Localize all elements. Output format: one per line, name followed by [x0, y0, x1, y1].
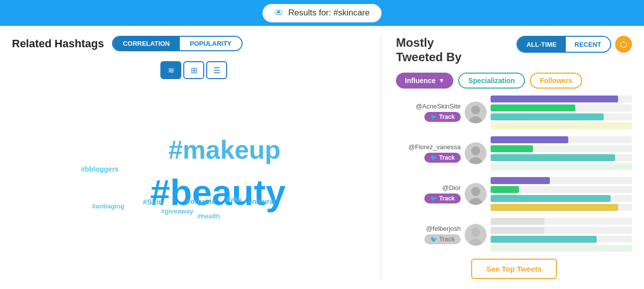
word-win[interactable]: #win — [227, 195, 242, 203]
word-organic[interactable]: #organic — [186, 197, 215, 205]
bar-background — [491, 122, 632, 129]
svg-point-4 — [469, 198, 483, 205]
main-content: Related Hashtags CORRELATION POPULARITY … — [0, 26, 644, 289]
bar-background — [491, 227, 632, 234]
right-title: MostlyTweeted By — [396, 36, 462, 65]
eye-icon: 👁 — [274, 8, 283, 18]
bar-fill — [491, 186, 519, 193]
svg-point-3 — [471, 146, 480, 155]
bar-fill — [491, 96, 618, 102]
see-top-tweets-row: See Top Tweets — [396, 259, 632, 279]
see-top-tweets-button[interactable]: See Top Tweets — [471, 259, 556, 279]
bar-fill — [491, 218, 544, 225]
user-name: @Florez_vanessa — [408, 143, 461, 151]
track-button: 🐦Track — [424, 234, 461, 244]
user-name: @AcneSkinSite — [415, 102, 461, 110]
right-tabs: ALL-TIME RECENT — [516, 36, 611, 53]
bars-col — [491, 218, 632, 252]
bar-background — [491, 218, 632, 225]
view-toggle: ≋ ⊞ ☰ — [12, 61, 376, 79]
view-btn-list[interactable]: ☰ — [206, 61, 227, 79]
bar-fill — [491, 204, 618, 211]
bars-col — [491, 177, 632, 211]
left-title: Related Hashtags — [12, 37, 104, 50]
avatar — [465, 183, 487, 205]
svg-point-0 — [469, 116, 483, 123]
bar-background — [491, 204, 632, 211]
right-panel: MostlyTweeted By ALL-TIME RECENT ⬡ Influ… — [386, 36, 632, 279]
bars-col — [491, 96, 632, 129]
track-button[interactable]: 🐦Track — [424, 112, 461, 122]
bar-fill — [491, 145, 533, 152]
track-button[interactable]: 🐦Track — [424, 153, 461, 163]
bar-background — [491, 145, 632, 152]
word-natural[interactable]: #natural — [249, 197, 275, 205]
user-row: @Dior🐦Track — [396, 177, 632, 211]
word-beauty[interactable]: #beauty — [150, 172, 285, 213]
bar-fill — [491, 177, 550, 184]
user-name: @felberjosh — [426, 225, 461, 232]
twitter-bird-icon: 🐦 — [430, 195, 437, 202]
svg-point-7 — [471, 228, 480, 237]
right-header: MostlyTweeted By ALL-TIME RECENT ⬡ — [396, 36, 632, 65]
chevron-down-icon: ▼ — [438, 77, 444, 84]
word-Skin[interactable]: #Skin — [143, 197, 163, 206]
svg-point-6 — [469, 239, 483, 246]
top-bar: 👁 Results for: #skincare — [0, 0, 644, 26]
share-icon[interactable]: ⬡ — [615, 36, 632, 53]
tab-recent[interactable]: RECENT — [566, 37, 610, 52]
bar-fill — [491, 163, 632, 170]
svg-point-5 — [471, 187, 480, 196]
bar-background — [491, 136, 632, 143]
user-row: @AcneSkinSite🐦Track — [396, 96, 632, 129]
bar-background — [491, 154, 632, 161]
bar-fill — [491, 227, 544, 234]
filter-followers[interactable]: Followers — [530, 73, 582, 89]
bar-background — [491, 245, 632, 252]
word-antiaging[interactable]: #antiaging — [92, 202, 125, 210]
bar-fill — [491, 104, 575, 111]
bar-background — [491, 177, 632, 184]
filter-influence[interactable]: Influence ▼ — [396, 73, 453, 89]
bar-fill — [491, 245, 632, 252]
bar-background — [491, 236, 632, 243]
bar-fill — [491, 236, 597, 243]
word-makeup[interactable]: #makeup — [168, 135, 280, 165]
filter-specialization[interactable]: Specialization — [458, 73, 524, 89]
tab-correlation[interactable]: CORRELATION — [113, 37, 180, 50]
bar-fill — [491, 154, 615, 161]
twitter-bird-icon: 🐦 — [430, 236, 437, 243]
user-row: @Florez_vanessa🐦Track — [396, 136, 632, 170]
user-row: @felberjosh🐦Track — [396, 218, 632, 252]
svg-point-1 — [471, 105, 480, 114]
bar-fill — [491, 195, 611, 202]
tab-popularity[interactable]: POPULARITY — [180, 37, 242, 50]
left-header: Related Hashtags CORRELATION POPULARITY — [12, 36, 376, 51]
tab-alltime[interactable]: ALL-TIME — [517, 37, 566, 52]
view-btn-cloud[interactable]: ≋ — [160, 61, 181, 79]
bar-background — [491, 96, 632, 102]
bar-fill — [491, 136, 568, 143]
track-button[interactable]: 🐦Track — [424, 193, 461, 203]
twitter-bird-icon: 🐦 — [430, 155, 437, 161]
users-list: @AcneSkinSite🐦Track @Florez_vanessa🐦Trac… — [396, 96, 632, 252]
bar-fill — [491, 122, 632, 129]
avatar — [465, 142, 487, 164]
word-bbloggers[interactable]: #bbloggers — [81, 165, 119, 173]
user-name: @Dior — [442, 184, 461, 192]
hashtag-tab-group: CORRELATION POPULARITY — [112, 36, 243, 51]
bar-background — [491, 104, 632, 111]
filter-row: Influence ▼ Specialization Followers — [396, 73, 632, 89]
avatar — [465, 224, 487, 246]
bar-background — [491, 186, 632, 193]
search-pill: 👁 Results for: #skincare — [262, 4, 382, 22]
view-btn-grid[interactable]: ⊞ — [183, 61, 204, 79]
bar-background — [491, 113, 632, 120]
word-cloud: #makeup#beauty#bbloggers#antiaging#Skin#… — [12, 84, 376, 253]
twitter-bird-icon: 🐦 — [430, 114, 437, 120]
word-giveaway[interactable]: #giveaway — [161, 207, 193, 215]
svg-point-2 — [469, 157, 483, 164]
bar-background — [491, 195, 632, 202]
panel-divider — [381, 36, 381, 279]
word-health[interactable]: #health — [197, 212, 220, 220]
